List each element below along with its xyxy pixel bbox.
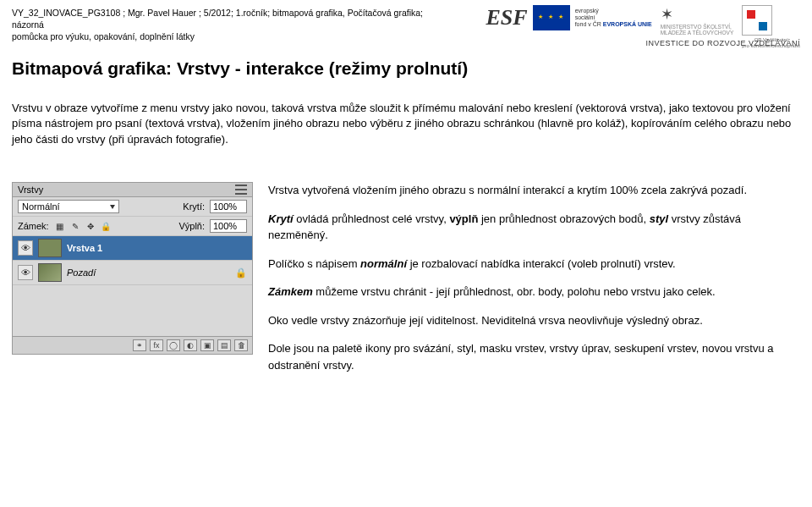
blend-opacity-row: Normální Krytí: 100% xyxy=(13,197,252,217)
panel-tab-bar: Vrstvy xyxy=(13,183,252,197)
opacity-field[interactable]: 100% xyxy=(210,200,247,213)
note-2-t2: jen průhlednost obrazových bodů, xyxy=(478,212,649,225)
esf-text-2: sociální xyxy=(575,14,595,20)
esf-text-1: evropský xyxy=(575,8,599,14)
page-title: Bitmapová grafika: Vrstvy - interakce (r… xyxy=(12,58,800,79)
layers-empty-area xyxy=(13,285,252,336)
panel-footer: ⚭ fx ◯ ◐ ▣ ▤ 🗑 xyxy=(13,336,252,354)
layer-thumbnail xyxy=(38,263,62,282)
adjustment-layer-icon[interactable]: ◐ xyxy=(184,339,197,351)
fill-field[interactable]: 100% xyxy=(210,219,247,233)
note-3-t2: je rozbalovací nabídka interakcí (voleb … xyxy=(407,257,676,270)
note-4-zamkem: Zámkem xyxy=(268,285,313,298)
ministry-line-2: MLÁDEŽE A TĚLOVÝCHOVY xyxy=(661,30,734,36)
opacity-label: Krytí: xyxy=(183,201,205,212)
note-2: Krytí ovládá průhlednost celé vrstvy, vý… xyxy=(268,211,800,244)
eu-flag-icon xyxy=(533,5,570,30)
lock-label: Zámek: xyxy=(18,221,49,231)
notes-column: Vrstva vytvořená vložením jiného obrazu … xyxy=(268,182,800,385)
lock-pixels-icon[interactable]: ✎ xyxy=(69,220,81,232)
lock-icon: 🔒 xyxy=(235,267,247,278)
note-2-krytí: Krytí xyxy=(268,212,294,225)
link-layers-icon[interactable]: ⚭ xyxy=(133,339,146,351)
note-3: Políčko s nápisem normální je rozbalovac… xyxy=(268,256,800,273)
blend-mode-select[interactable]: Normální xyxy=(18,200,119,213)
note-4: Zámkem můžeme vrstvu chránit - její průh… xyxy=(268,284,800,300)
document-meta: VY_32_INOVACE_PG3108 ; Mgr. Pavel Hauer … xyxy=(12,7,443,43)
lock-all-icon[interactable]: 🔒 xyxy=(100,220,112,232)
layer-mask-icon[interactable]: ◯ xyxy=(167,339,180,351)
new-layer-icon[interactable]: ▤ xyxy=(217,339,231,351)
intro-paragraph: Vrstvu v obraze vytvoříme z menu vrstvy … xyxy=(12,101,798,149)
esf-text: evropský sociální fond v ČR EVROPSKÁ UNI… xyxy=(575,8,652,27)
fill-label: Výplň: xyxy=(178,221,205,231)
esf-mark: ESF xyxy=(486,5,528,30)
layer-name: Pozadí xyxy=(67,267,96,278)
layer-row-1[interactable]: 👁 Vrstva 1 xyxy=(13,236,252,261)
layer-row-background[interactable]: 👁 Pozadí 🔒 xyxy=(13,261,252,285)
blend-mode-value: Normální xyxy=(22,201,60,212)
layers-panel: Vrstvy Normální Krytí: 100% Zámek: ▦ ✎ ✥… xyxy=(12,182,253,355)
esf-logo: ESF evropský sociální fond v ČR EVROPSKÁ… xyxy=(486,5,652,30)
note-5: Oko vedle vrstvy znázorňuje její viditel… xyxy=(268,312,800,329)
lower-section: Vrstvy Normální Krytí: 100% Zámek: ▦ ✎ ✥… xyxy=(12,182,800,385)
meta-line-2: pomůcka pro výuku, opakování, doplnění l… xyxy=(12,30,443,42)
note-3-normalni: normální xyxy=(360,257,407,270)
note-2-t1: ovládá průhlednost celé vrstvy, xyxy=(294,212,450,225)
ministry-logo: ✶ MINISTERSTVO ŠKOLSTVÍ, MLÁDEŽE A TĚLOV… xyxy=(661,5,734,36)
layer-style-icon[interactable]: fx xyxy=(150,339,163,351)
visibility-eye-icon[interactable]: 👁 xyxy=(18,240,33,256)
delete-layer-icon[interactable]: 🗑 xyxy=(234,339,248,351)
group-layers-icon[interactable]: ▣ xyxy=(200,339,214,351)
invest-tagline: INVESTICE DO ROZVOJE VZDĚLÁVÁNÍ xyxy=(645,39,800,47)
panel-tab-label[interactable]: Vrstvy xyxy=(18,185,43,195)
lock-transparency-icon[interactable]: ▦ xyxy=(54,220,66,232)
esf-text-3: fond v ČR xyxy=(575,21,601,27)
ministry-line-1: MINISTERSTVO ŠKOLSTVÍ, xyxy=(661,24,732,30)
lock-fill-row: Zámek: ▦ ✎ ✥ 🔒 Výplň: 100% xyxy=(13,217,252,236)
lock-position-icon[interactable]: ✥ xyxy=(85,220,96,232)
note-1: Vrstva vytvořená vložením jiného obrazu … xyxy=(268,182,800,199)
layer-name: Vrstva 1 xyxy=(67,243,102,253)
layers-list: 👁 Vrstva 1 👁 Pozadí 🔒 xyxy=(13,236,252,336)
esf-text-4: EVROPSKÁ UNIE xyxy=(603,21,652,27)
fill-value: 100% xyxy=(213,221,237,231)
op-logo-icon xyxy=(742,5,772,36)
layer-thumbnail xyxy=(38,239,62,257)
panel-menu-icon[interactable] xyxy=(235,185,247,195)
note-2-styl: styl xyxy=(650,212,668,225)
lock-icons: ▦ ✎ ✥ 🔒 xyxy=(54,220,112,232)
visibility-eye-icon[interactable]: 👁 xyxy=(18,265,33,280)
meta-line-1: VY_32_INOVACE_PG3108 ; Mgr. Pavel Hauer … xyxy=(12,7,443,30)
note-4-t1: můžeme vrstvu chránit - její průhlednost… xyxy=(313,285,716,298)
note-3-t1: Políčko s nápisem xyxy=(268,257,360,270)
note-2-vypln: výplň xyxy=(449,212,478,225)
note-6: Dole jsou na paletě ikony pro svázání, s… xyxy=(268,340,800,373)
opacity-value: 100% xyxy=(213,201,237,212)
